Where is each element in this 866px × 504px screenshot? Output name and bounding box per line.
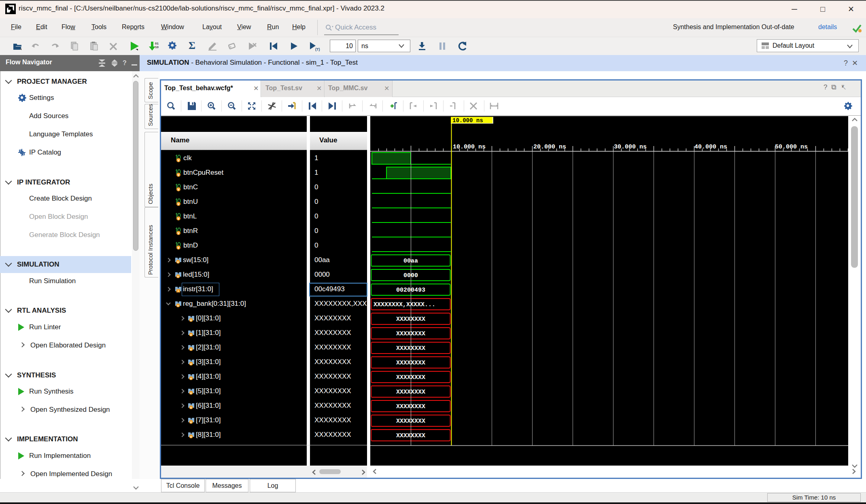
svg-text:v: v [178,173,180,177]
svg-text:20.000 ns: 20.000 ns [533,144,566,150]
svg-text:v: v [177,260,179,264]
svg-text:v: v [190,318,192,322]
svg-text:v: v [178,202,180,206]
svg-text:0000: 0000 [403,272,418,279]
svg-text:v: v [190,362,192,366]
svg-text:XXXXXXXX: XXXXXXXX [396,418,425,425]
svg-text:v: v [178,158,180,162]
svg-text:?: ? [123,59,127,66]
svg-text:XXXXXXXX: XXXXXXXX [396,403,425,410]
svg-text:XXXXXXXX: XXXXXXXX [396,330,425,337]
svg-text:v: v [178,216,180,220]
svg-text:v: v [190,391,192,395]
svg-text:XXXXXXXX,XXXXX...: XXXXXXXX,XXXXX... [374,301,435,308]
svg-text:XXXXXXXX: XXXXXXXX [396,374,425,381]
svg-text:10.000 ns: 10.000 ns [453,144,486,150]
svg-text:30.000 ns: 30.000 ns [614,144,647,150]
svg-text:XXXXXXXX: XXXXXXXX [396,389,425,396]
svg-text:v: v [177,275,179,278]
svg-text:I: I [178,289,178,293]
svg-text:00aa: 00aa [403,258,418,265]
svg-text:v: v [178,187,180,191]
svg-text:v: v [190,347,192,351]
svg-text:v: v [190,406,192,409]
svg-text:10.000 ns: 10.000 ns [452,117,483,124]
svg-text:01: 01 [155,42,159,45]
svg-text:XXXXXXXX: XXXXXXXX [396,316,425,323]
svg-text:v: v [190,377,192,380]
svg-text:40.000 ns: 40.000 ns [694,144,727,150]
svg-text:00200493: 00200493 [396,287,425,294]
svg-text:50.000 ns: 50.000 ns [775,144,808,150]
svg-text:v: v [178,231,180,235]
svg-text:XXXXXXXX: XXXXXXXX [396,432,425,439]
svg-text:(T): (T) [315,47,320,51]
svg-text:v: v [178,246,180,250]
svg-text:XXXXXXXX: XXXXXXXX [396,345,425,352]
svg-text:XXXXXXXX: XXXXXXXX [396,360,425,366]
svg-text:10: 10 [155,45,159,49]
svg-text:v: v [177,304,179,307]
svg-text:v: v [190,420,192,424]
svg-text:v: v [190,435,192,438]
svg-text:v: v [190,333,192,337]
